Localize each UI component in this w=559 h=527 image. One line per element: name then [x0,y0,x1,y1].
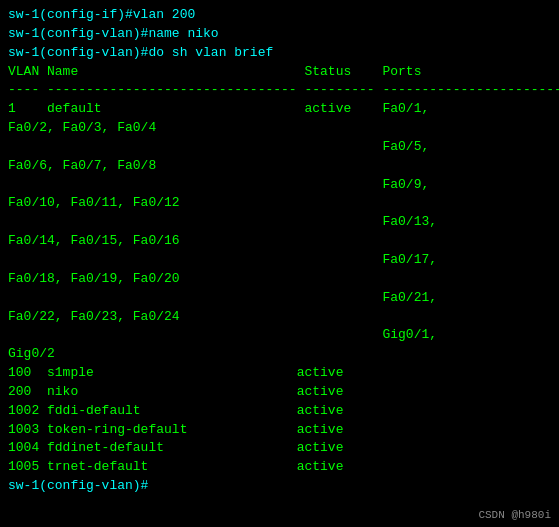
terminal-line: 200 niko active [8,383,551,402]
terminal-line: Fa0/17, [8,251,551,270]
terminal-line: Fa0/9, [8,176,551,195]
terminal-line: Fa0/14, Fa0/15, Fa0/16 [8,232,551,251]
terminal-line: Fa0/13, [8,213,551,232]
terminal-line: Fa0/18, Fa0/19, Fa0/20 [8,270,551,289]
terminal-line: VLAN Name Status Ports [8,63,551,82]
terminal-line: Gig0/1, [8,326,551,345]
terminal-line: Fa0/10, Fa0/11, Fa0/12 [8,194,551,213]
terminal-window: sw-1(config-if)#vlan 200sw-1(config-vlan… [0,0,559,527]
terminal-line: 1 default active Fa0/1, [8,100,551,119]
terminal-line: sw-1(config-vlan)#do sh vlan brief [8,44,551,63]
terminal-line: 1003 token-ring-default active [8,421,551,440]
terminal-line: Gig0/2 [8,345,551,364]
terminal-line: Fa0/5, [8,138,551,157]
terminal-line: Fa0/2, Fa0/3, Fa0/4 [8,119,551,138]
terminal-line: 1004 fddinet-default active [8,439,551,458]
terminal-line: Fa0/21, [8,289,551,308]
terminal-line: Fa0/22, Fa0/23, Fa0/24 [8,308,551,327]
terminal-line: 1005 trnet-default active [8,458,551,477]
terminal-line: sw-1(config-vlan)# [8,477,551,496]
terminal-line: ---- -------------------------------- --… [8,81,551,100]
terminal-line: 1002 fddi-default active [8,402,551,421]
terminal-line: sw-1(config-vlan)#name niko [8,25,551,44]
terminal-line: Fa0/6, Fa0/7, Fa0/8 [8,157,551,176]
terminal-line: 100 s1mple active [8,364,551,383]
watermark: CSDN @h980i [478,509,551,521]
terminal-line: sw-1(config-if)#vlan 200 [8,6,551,25]
